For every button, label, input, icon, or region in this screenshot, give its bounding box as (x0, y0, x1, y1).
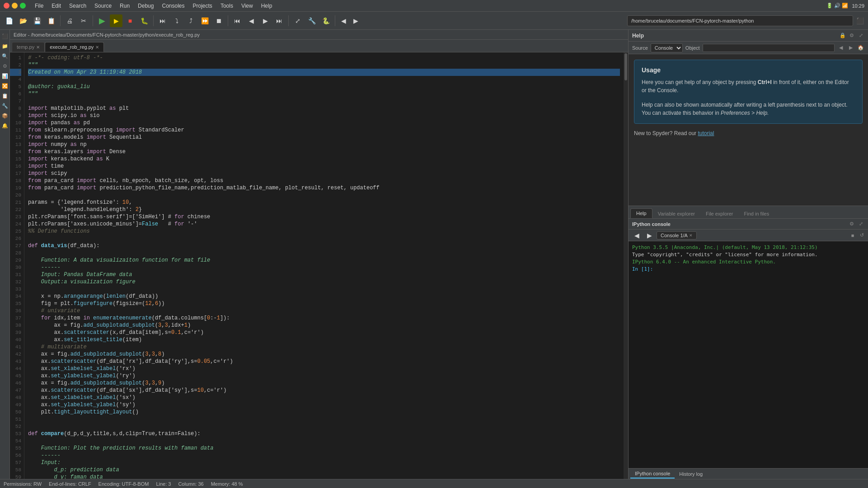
step-into-button[interactable]: ⤵ (170, 14, 183, 27)
sidebar-icon-9[interactable]: 📦 (0, 111, 9, 120)
sidebar-icon-4[interactable]: ⚙ (0, 61, 9, 70)
code-line-26 (28, 235, 620, 242)
sidebar-icon-6[interactable]: 🔀 (0, 81, 9, 90)
code-content[interactable]: # -*- coding: utf-8 -*-"""Created on Mon… (24, 52, 624, 479)
bc-tab-history[interactable]: History log (675, 470, 707, 478)
menu-tools[interactable]: Tools (217, 2, 237, 10)
ipython-options-button[interactable]: ⚙ (848, 221, 855, 228)
help-home-button[interactable]: 🏠 (857, 44, 864, 52)
console-tab-1[interactable]: Console 1/A ✕ (657, 231, 697, 239)
open-file-button[interactable]: 📂 (17, 14, 29, 27)
path-input[interactable] (627, 15, 853, 26)
first-button[interactable]: ⏮ (231, 14, 244, 27)
help-back-button[interactable]: ◀ (837, 44, 845, 52)
code-line-34: x = np.arangearange(lenlen(df_data)) (28, 293, 620, 300)
forward-button[interactable]: ▶ (350, 15, 361, 26)
python-button[interactable]: 🐍 (319, 14, 332, 27)
stop-button[interactable]: ■ (124, 14, 136, 27)
tab-temp-py-close[interactable]: ✕ (36, 45, 40, 50)
tab-variable-explorer[interactable]: Variable explorer (652, 209, 700, 218)
tab-execute-rob-reg-py-label: execute_rob_reg.py (50, 44, 94, 50)
sidebar-icon-5[interactable]: 📊 (0, 71, 9, 80)
menu-file[interactable]: File (31, 2, 47, 10)
tab-help[interactable]: Help (630, 208, 652, 218)
continue-button[interactable]: ⏩ (198, 14, 211, 27)
cut-button[interactable]: ✂ (77, 14, 90, 27)
end-of-lines-value: CRLF (78, 481, 91, 487)
console-forward-button[interactable]: ▶ (644, 230, 655, 241)
help-forward-button[interactable]: ▶ (847, 44, 854, 52)
last-button[interactable]: ⏭ (273, 14, 286, 27)
menu-run[interactable]: Run (116, 2, 133, 10)
bc-tab-ipython[interactable]: IPython console (630, 469, 675, 479)
object-input[interactable] (703, 44, 835, 52)
run-cell-button[interactable]: ▶ (110, 14, 122, 27)
help-lock-button[interactable]: 🔒 (839, 32, 846, 39)
sidebar-icon-3[interactable]: 🔍 (0, 52, 9, 61)
previous-button[interactable]: ◀ (245, 14, 258, 27)
save-file-button[interactable]: 💾 (31, 14, 43, 27)
minimize-button[interactable] (12, 3, 18, 9)
next-button[interactable]: ▶ (259, 14, 272, 27)
path-expand-button[interactable]: ⬛ (854, 15, 865, 26)
tab-execute-rob-reg-py-close[interactable]: ✕ (95, 45, 99, 50)
print-button[interactable]: 🖨 (63, 14, 76, 27)
source-select[interactable]: Console Editor (651, 43, 683, 52)
sidebar-icon-10[interactable]: 🔔 (0, 121, 9, 130)
tab-find-in-files[interactable]: Find in files (739, 209, 775, 218)
sidebar-icon-2[interactable]: 📁 (0, 42, 9, 51)
usage-bold: Ctrl+I (758, 79, 772, 85)
line-numbers: 1234567891011121314151617181920212223242… (10, 52, 24, 479)
console-interrupt-button[interactable]: ■ (849, 232, 856, 239)
debug-button[interactable]: 🐛 (138, 14, 150, 27)
sidebar-icon-7[interactable]: 📋 (0, 91, 9, 100)
code-line-58: d_p: prediction data (28, 466, 620, 474)
code-line-55: Function: Plot the prediction results wi… (28, 445, 620, 452)
sidebar-icon-8[interactable]: 🔧 (0, 101, 9, 110)
editor-header: Editor - /home/brucelau/Documents/FCN-py… (10, 30, 628, 40)
console-restart-button[interactable]: ↺ (858, 232, 865, 239)
tab-temp-py[interactable]: temp.py ✕ (12, 42, 45, 52)
console-output[interactable]: Python 3.5.5 |Anaconda, Inc.| (default, … (629, 241, 868, 468)
tab-file-explorer[interactable]: File explorer (700, 209, 739, 218)
settings-button[interactable]: 🔧 (305, 14, 318, 27)
tab-execute-rob-reg-py[interactable]: execute_rob_reg.py ✕ (45, 42, 104, 52)
menu-search[interactable]: Search (66, 2, 90, 10)
menu-view[interactable]: View (238, 2, 257, 10)
maximize-current-button[interactable]: ⤢ (291, 14, 304, 27)
permissions-status: Permissions: RW (4, 481, 42, 487)
sidebar-icon-1[interactable]: ⬛ (0, 32, 9, 41)
run-button[interactable]: ▶ (96, 14, 108, 27)
menu-consoles[interactable]: Consoles (158, 2, 188, 10)
line-value: 3 (168, 481, 171, 487)
code-line-54 (28, 437, 620, 445)
menu-source[interactable]: Source (91, 2, 115, 10)
editor-scrollbar[interactable] (624, 52, 628, 479)
ipython-section: IPython console ⚙ ⤢ ◀ ▶ Console 1/A ✕ ■ … (629, 219, 868, 468)
stop-debug-button[interactable]: ⏹ (212, 14, 225, 27)
code-line-20 (28, 192, 620, 199)
right-panel: Help 🔒 ⚙ ⤢ Source Console Editor Object … (629, 30, 868, 479)
ipython-maximize-button[interactable]: ⤢ (857, 221, 864, 228)
menu-projects[interactable]: Projects (189, 2, 216, 10)
menu-debug[interactable]: Debug (134, 2, 157, 10)
new-file-button[interactable]: 📄 (3, 14, 15, 27)
close-button[interactable] (4, 3, 9, 9)
toolbar-separator-2 (93, 15, 93, 26)
step-over-button[interactable]: ⏭ (156, 14, 169, 27)
maximize-button[interactable] (20, 3, 26, 9)
code-line-46: ax = fig.add_subplotadd_subplot(3,3,9) (28, 380, 620, 387)
scrollbar-thumb[interactable] (624, 53, 627, 80)
toolbar: 📄 📂 💾 📋 🖨 ✂ ▶ ▶ ■ 🐛 ⏭ ⤵ ⤴ ⏩ ⏹ ⏮ ◀ ▶ ⏭ ⤢ … (0, 12, 868, 30)
help-options-button[interactable]: ⚙ (848, 32, 855, 39)
console-tab-1-close[interactable]: ✕ (689, 233, 693, 238)
save-all-button[interactable]: 📋 (45, 14, 57, 27)
help-maximize-button[interactable]: ⤢ (857, 32, 864, 39)
step-out-button[interactable]: ⤴ (184, 14, 197, 27)
menu-help[interactable]: Help (258, 2, 276, 10)
code-line-5: @author: guokai_liu (28, 83, 620, 90)
menu-edit[interactable]: Edit (48, 2, 65, 10)
tutorial-link[interactable]: tutorial (698, 130, 714, 136)
back-button[interactable]: ◀ (338, 15, 349, 26)
console-back-button[interactable]: ◀ (631, 230, 642, 241)
